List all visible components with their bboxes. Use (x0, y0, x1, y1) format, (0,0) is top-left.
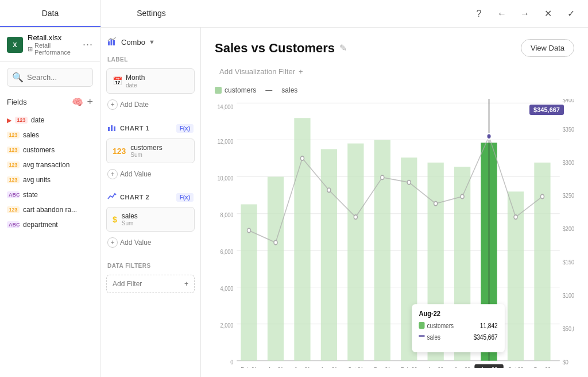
svg-point-54 (487, 133, 492, 139)
check-icon[interactable]: ✓ (563, 6, 579, 22)
add-viz-filter-btn[interactable]: Add Visualization Filter + (215, 65, 308, 78)
search-input[interactable] (27, 73, 88, 82)
filter-row: Add Visualization Filter + (215, 65, 574, 78)
field-item-avg-units[interactable]: 123 avg units (0, 172, 100, 187)
sales-value-sub: Sum (122, 220, 138, 226)
file-name: Retail.xlsx (28, 33, 78, 42)
svg-point-51 (407, 180, 411, 184)
chart-title: Sales vs Customers (215, 41, 335, 56)
month-card-title: Month (126, 74, 145, 82)
mid-panel: Combo ▼ LABEL 📅 Month date + Add Date (100, 28, 201, 377)
chart2-add-icon: + (107, 237, 118, 248)
price-tag: $345,667 (529, 105, 564, 115)
field-item-customers[interactable]: 123 customers (0, 143, 100, 157)
chart2-title: CHART 2 (120, 194, 173, 201)
field-name-avg-units: avg units (23, 176, 51, 184)
chart2-section: CHART 2 F(x) $ sales Sum + Add Value (100, 190, 200, 251)
table-icon: ⊞ (28, 45, 33, 53)
calendar-icon: 📅 (113, 76, 122, 86)
add-date-icon: + (107, 99, 118, 110)
chart1-fx-btn[interactable]: F(x) (176, 124, 194, 133)
field-item-department[interactable]: ABC department (0, 217, 100, 232)
help-icon[interactable]: ? (471, 6, 487, 22)
field-name-cart-abandon: cart abandon ra... (23, 206, 77, 214)
chart1-section: CHART 1 F(x) 123 customers Sum + Add Val… (100, 120, 200, 183)
tab-data[interactable]: Data (0, 0, 100, 27)
svg-rect-32 (241, 205, 257, 361)
sales-value-icon: $ (113, 215, 117, 224)
field-item-date[interactable]: ▶ 123 date (0, 113, 100, 128)
chart2-add-value-btn[interactable]: + Add Value (100, 234, 200, 251)
field-item-cart-abandon[interactable]: 123 cart abandon ra... (0, 202, 100, 217)
svg-text:$345,667: $345,667 (474, 333, 498, 341)
svg-text:10,000: 10,000 (218, 175, 234, 182)
combo-chart-icon (107, 36, 118, 48)
add-date-btn[interactable]: + Add Date (100, 96, 200, 113)
field-type-date: 123 (15, 117, 28, 124)
sales-value-card[interactable]: $ sales Sum (106, 207, 195, 232)
svg-rect-5 (114, 126, 115, 131)
file-menu-icon[interactable]: ··· (83, 39, 93, 51)
fields-label: Fields (7, 98, 68, 106)
field-type-cart-abandon: 123 (7, 206, 20, 213)
svg-rect-34 (294, 118, 310, 360)
search-box[interactable]: 🔍 (7, 68, 93, 87)
view-data-btn[interactable]: View Data (521, 39, 574, 57)
chart-title-row: Sales vs Customers ✎ View Data (215, 39, 574, 57)
month-card[interactable]: 📅 Month date (106, 68, 195, 94)
field-type-customers: 123 (7, 147, 20, 153)
svg-rect-33 (268, 176, 284, 360)
combo-label: Combo (121, 38, 145, 47)
legend-customers: customers (215, 86, 256, 94)
chart1-header: CHART 1 F(x) (100, 120, 200, 136)
sales-value-title: sales (122, 212, 138, 220)
field-item-state[interactable]: ABC state (0, 187, 100, 202)
field-item-sales[interactable]: 123 sales (0, 128, 100, 143)
close-icon[interactable]: ✕ (540, 6, 556, 22)
svg-rect-4 (111, 125, 113, 131)
customers-value-icon: 123 (113, 147, 126, 156)
field-list: ▶ 123 date 123 sales 123 customers 123 a… (0, 111, 100, 377)
svg-point-49 (354, 215, 357, 219)
svg-text:Aug-22: Aug-22 (419, 309, 440, 318)
search-icon: 🔍 (12, 72, 24, 83)
brain-icon[interactable]: 🧠 (72, 97, 83, 107)
chart1-add-value-btn[interactable]: + Add Value (100, 166, 200, 183)
chart-legend: customers — sales (215, 86, 574, 94)
svg-text:Oct-22: Oct-22 (508, 367, 524, 368)
customers-value-card[interactable]: 123 customers Sum (106, 139, 195, 163)
svg-rect-0 (108, 41, 110, 45)
edit-title-icon[interactable]: ✎ (339, 43, 347, 53)
svg-text:Feb-22: Feb-22 (401, 367, 417, 368)
svg-text:0: 0 (230, 359, 233, 366)
chart2-header: CHART 2 F(x) (100, 190, 200, 205)
add-viz-filter-icon: + (299, 67, 303, 76)
chart2-icon (107, 192, 117, 202)
svg-text:11,842: 11,842 (480, 322, 498, 329)
svg-rect-36 (347, 144, 363, 361)
svg-text:Oct-21: Oct-21 (348, 367, 364, 368)
svg-text:$100,000: $100,000 (563, 292, 574, 299)
chart2-add-label: Add Value (120, 238, 152, 247)
top-bar-actions: ? ← → ✕ ✓ (471, 6, 588, 22)
svg-text:$50,000: $50,000 (563, 325, 574, 332)
svg-text:$250,000: $250,000 (563, 193, 574, 199)
tab-settings[interactable]: Settings (101, 0, 202, 27)
svg-text:$150,000: $150,000 (563, 259, 574, 266)
chart2-fx-btn[interactable]: F(x) (176, 193, 194, 202)
svg-point-47 (300, 156, 304, 160)
svg-text:$200,000: $200,000 (563, 225, 574, 232)
svg-point-45 (247, 228, 251, 232)
undo-icon[interactable]: ← (494, 6, 510, 22)
svg-text:Apr-22: Apr-22 (428, 367, 444, 368)
field-item-avg-transaction[interactable]: 123 avg transaction (0, 157, 100, 172)
legend-sales: sales (281, 86, 297, 94)
svg-text:$400,000: $400,000 (563, 99, 574, 103)
legend-customers-color (215, 87, 222, 94)
top-bar: Data Settings ? ← → ✕ ✓ (0, 0, 588, 28)
month-card-sub: date (126, 82, 145, 89)
redo-icon[interactable]: → (517, 6, 533, 22)
combo-selector[interactable]: Combo ▼ (100, 33, 200, 54)
add-filter-btn[interactable]: Add Filter + (106, 275, 195, 293)
add-field-icon[interactable]: + (87, 96, 93, 108)
